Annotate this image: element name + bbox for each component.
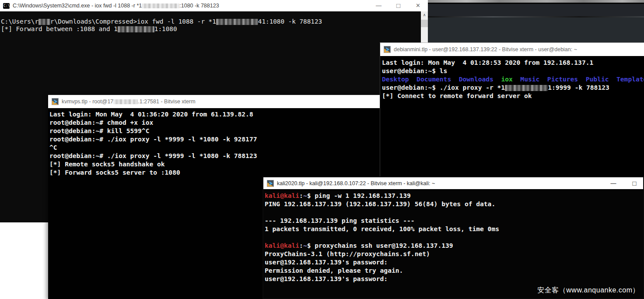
scrollbar-thumb[interactable] — [421, 20, 428, 27]
terminal-line: root@debian:~# kill 5599^C — [49, 127, 380, 135]
bitvise-xterm-icon — [52, 98, 59, 105]
terminal-line: Last login: Mon May 4 01:36:20 2020 from… — [49, 110, 380, 118]
terminal-line: [*] Forward between :1088 and 11:1080 — [1, 25, 421, 33]
terminal-line: user@debian:~$ ls — [382, 67, 644, 75]
terminal-line: ProxyChains-3.1 (http://proxychains.sf.n… — [265, 250, 643, 258]
scroll-up-icon[interactable]: ∧ — [421, 11, 428, 19]
redacted-blur — [38, 19, 50, 25]
bitvise-xterm-icon — [384, 46, 391, 53]
anquanke-watermark: 安全客（www.anquanke.com） — [537, 286, 640, 295]
cmd-icon: C:\ — [3, 3, 10, 9]
terminal-line — [265, 233, 643, 241]
terminal-line: --- 192.168.137.139 ping statistics --- — [265, 216, 643, 225]
terminal-line: [*] Connect to remote forward server ok — [382, 91, 644, 100]
terminal-line: PING 192.168.137.139 (192.168.137.139) 5… — [265, 200, 643, 208]
minimize-button[interactable]: — — [369, 0, 388, 11]
terminal-line — [265, 208, 643, 216]
minimize-button[interactable]: — — [605, 177, 622, 189]
terminal-line: kali@kali:~$ ping -w 1 192.168.137.139 — [265, 191, 643, 200]
close-button[interactable]: ✕ — [408, 0, 428, 11]
background-dark-band — [428, 18, 644, 43]
kali-terminal-output[interactable]: kali@kali:~$ ping -w 1 192.168.137.139PI… — [263, 189, 643, 298]
terminal-line: [*] Remote socks5 handshake ok — [49, 160, 380, 168]
kvmvps-titlebar[interactable]: kvmvps.tlp - root@17.1:27581 - Bitvise x… — [48, 95, 380, 108]
terminal-line: 1 packets transmitted, 0 received, 100% … — [265, 225, 643, 233]
terminal-line: root@debian:~# chmod +x iox — [49, 118, 380, 127]
bitvise-xterm-icon — [267, 180, 274, 187]
kali-titlebar[interactable]: kali2020.tlp - kali@192.168.0.107:22 - B… — [263, 177, 643, 189]
terminal-line: Desktop Documents Downloads iox Music Pi… — [382, 75, 644, 83]
terminal-line: kali@kali:~$ proxychains ssh user@192.16… — [265, 241, 643, 250]
background-dark-band — [428, 4, 644, 16]
terminal-line: [*] Forward socks5 server to :1080 — [49, 168, 380, 176]
background-window — [428, 0, 644, 43]
kali-window: kali2020.tlp - kali@192.168.0.107:22 - B… — [262, 176, 644, 299]
redacted-blur — [505, 85, 548, 91]
maximize-button[interactable]: □ — [626, 177, 643, 189]
terminal-line: Last login: Mon May 4 01:28:53 2020 from… — [382, 58, 644, 67]
redacted-blur — [216, 19, 258, 25]
terminal-line: root@debian:~# ./iox proxy -l *9999 -l *… — [49, 135, 380, 143]
terminal-line: C:\Users\rr\Downloads\Compressed>iox fwd… — [1, 18, 421, 25]
kvmvps-window-title: kvmvps.tlp - root@17.1:27581 - Bitvise x… — [62, 98, 196, 105]
maximize-button[interactable]: □ — [388, 0, 408, 11]
terminal-line: Permission denied, please try again. — [265, 266, 643, 274]
terminal-line: user@debian:~$ ./iox proxy -r *11:9999 -… — [382, 83, 644, 91]
debianmini-window-title: debianmini.tlp - user@192.168.137.139:22… — [394, 46, 577, 53]
terminal-line: user@192.168.137.139's password: — [265, 274, 643, 283]
debianmini-titlebar[interactable]: debianmini.tlp - user@192.168.137.139:22… — [380, 43, 644, 56]
window-controls: — □ ✕ — [369, 0, 428, 11]
redacted-blur — [113, 99, 138, 104]
terminal-line: user@192.168.137.139's password: — [265, 258, 643, 266]
terminal-line: ^C — [49, 143, 380, 151]
desktop: { "chrome": { "minimize": "—", "maximize… — [0, 0, 644, 299]
cmd-titlebar[interactable]: C:\ C:\Windows\System32\cmd.exe - iox fw… — [0, 0, 428, 11]
terminal-line: root@debian:~# ./iox proxy -l *9999 -l *… — [49, 151, 380, 160]
redacted-blur — [142, 4, 179, 8]
cmd-window-title: C:\Windows\System32\cmd.exe - iox fwd -l… — [13, 3, 219, 9]
redacted-blur — [118, 26, 154, 32]
kali-window-title: kali2020.tlp - kali@192.168.0.107:22 - B… — [277, 180, 435, 186]
